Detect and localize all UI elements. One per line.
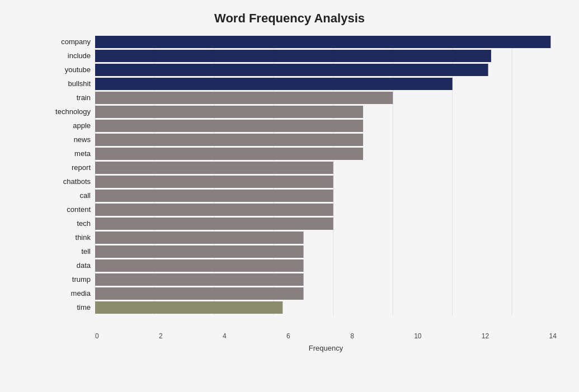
- x-tick-label: 0: [95, 332, 99, 340]
- bar-label-apple: apple: [73, 120, 91, 132]
- bar-train: [95, 92, 393, 104]
- bar-media: [95, 287, 304, 300]
- bar-label-tell: tell: [81, 245, 91, 258]
- bar-label-meta: meta: [74, 148, 91, 160]
- bar-bullshit: [95, 78, 453, 90]
- x-axis-label: Frequency: [95, 344, 557, 352]
- bar-tell: [95, 245, 304, 258]
- bar-label-company: company: [61, 36, 91, 48]
- bar-company: [95, 36, 550, 48]
- bar-meta: [95, 148, 363, 160]
- bar-label-think: think: [76, 232, 91, 244]
- bar-label-tech: tech: [77, 218, 91, 230]
- bar-call: [95, 190, 333, 202]
- bar-include: [95, 50, 491, 62]
- bar-label-include: include: [68, 50, 91, 62]
- bar-technology: [95, 106, 363, 118]
- bar-label-report: report: [72, 162, 91, 174]
- bar-data: [95, 259, 304, 272]
- bar-label-media: media: [71, 287, 91, 300]
- bar-report: [95, 162, 333, 174]
- x-tick-label: 12: [482, 332, 489, 340]
- x-tick-label: 4: [223, 332, 227, 340]
- bar-label-trump: trump: [72, 273, 91, 286]
- bar-apple: [95, 120, 363, 132]
- bar-label-train: train: [77, 92, 91, 104]
- bar-chatbots: [95, 176, 333, 188]
- x-tick-label: 8: [350, 332, 354, 340]
- x-tick-label: 6: [286, 332, 290, 340]
- bar-label-youtube: youtube: [65, 64, 91, 76]
- bar-news: [95, 134, 363, 146]
- bar-time: [95, 301, 283, 314]
- bar-tech: [95, 218, 333, 230]
- bar-label-bullshit: bullshit: [68, 78, 91, 90]
- bar-label-content: content: [67, 204, 91, 216]
- bar-label-data: data: [77, 259, 91, 272]
- x-tick-label: 2: [159, 332, 163, 340]
- x-tick-label: 14: [549, 332, 557, 340]
- x-tick-label: 10: [414, 332, 421, 340]
- bar-label-technology: technology: [55, 106, 91, 118]
- bar-trump: [95, 273, 304, 286]
- chart-container: Word Frequency Analysis companyincludeyo…: [0, 0, 579, 392]
- bar-label-chatbots: chatbots: [63, 176, 91, 188]
- bar-content: [95, 204, 333, 216]
- bar-label-call: call: [79, 190, 91, 202]
- chart-title: Word Frequency Analysis: [22, 11, 557, 26]
- bar-think: [95, 232, 304, 244]
- bar-label-time: time: [77, 301, 91, 314]
- bar-youtube: [95, 64, 488, 76]
- bar-label-news: news: [74, 134, 91, 146]
